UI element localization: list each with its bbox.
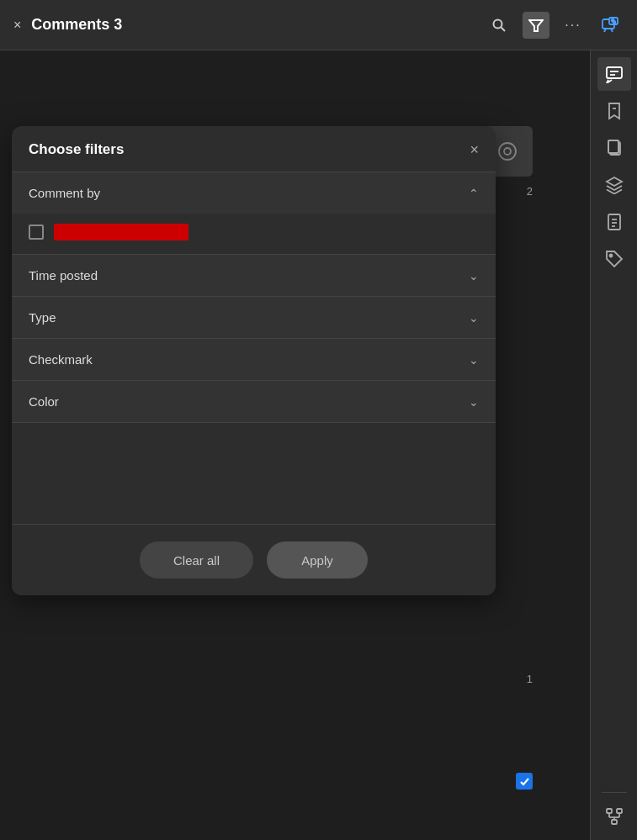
- svg-marker-2: [529, 20, 543, 31]
- filter-section-checkmark: Checkmark ⌄: [12, 339, 496, 381]
- svg-rect-21: [607, 809, 612, 813]
- right-sidebar: [590, 50, 637, 840]
- svg-point-7: [504, 148, 511, 155]
- panel-title: Comments 3: [31, 16, 475, 34]
- chevron-down-icon-color: ⌄: [469, 395, 479, 409]
- filter-section-type-header[interactable]: Type ⌄: [12, 297, 496, 338]
- main-layout: 2 1 Choose filters ×: [0, 50, 637, 840]
- svg-line-1: [502, 27, 506, 31]
- chevron-up-icon: ⌃: [469, 187, 479, 200]
- filter-section-checkmark-header[interactable]: Checkmark ⌄: [12, 339, 496, 380]
- filter-section-type: Type ⌄: [12, 297, 496, 339]
- user-checkbox[interactable]: [29, 225, 44, 240]
- filter-section-comment-by: Comment by ⌃: [12, 172, 496, 255]
- search-button[interactable]: [486, 12, 512, 39]
- sidebar-item-comments[interactable]: [597, 57, 631, 91]
- left-panel: 2 1 Choose filters ×: [0, 50, 590, 840]
- comment-by-label: Comment by: [29, 186, 100, 200]
- svg-point-0: [494, 19, 502, 28]
- svg-rect-16: [608, 214, 620, 230]
- sidebar-item-bookmarks[interactable]: [597, 94, 631, 128]
- filter-section-comment-by-header[interactable]: Comment by ⌃: [12, 172, 496, 214]
- svg-marker-15: [607, 177, 622, 186]
- chevron-down-icon-checkmark: ⌄: [469, 353, 479, 367]
- modal-title: Choose filters: [29, 141, 124, 158]
- filter-section-time-posted: Time posted ⌄: [12, 255, 496, 297]
- apply-button[interactable]: Apply: [267, 542, 368, 578]
- filter-section-color: Color ⌄: [12, 381, 496, 423]
- chevron-down-icon-type: ⌄: [469, 311, 479, 325]
- page-number-2: 2: [527, 185, 533, 198]
- page-number-1: 1: [527, 673, 533, 685]
- comment-by-content: [12, 214, 496, 254]
- modal-header: Choose filters ×: [12, 126, 496, 172]
- modal-close-button[interactable]: ×: [470, 142, 479, 157]
- color-label: Color: [29, 394, 59, 409]
- filter-button[interactable]: [523, 12, 549, 39]
- checkmark-label: Checkmark: [29, 352, 93, 367]
- more-options-button[interactable]: ···: [560, 12, 587, 39]
- svg-point-20: [609, 255, 612, 257]
- clear-all-button[interactable]: Clear all: [140, 542, 253, 578]
- svg-point-6: [499, 143, 516, 160]
- close-panel-icon[interactable]: ×: [13, 18, 21, 33]
- sidebar-divider: [602, 792, 627, 793]
- svg-rect-23: [612, 820, 617, 824]
- sidebar-item-attachments[interactable]: [597, 205, 631, 239]
- filter-modal: Choose filters × Comment by ⌃: [12, 126, 496, 595]
- modal-footer: Clear all Apply: [12, 525, 496, 595]
- sidebar-item-pages[interactable]: [597, 131, 631, 165]
- time-posted-label: Time posted: [29, 268, 98, 283]
- sidebar-item-layers[interactable]: [597, 168, 631, 202]
- collab-icon[interactable]: ✎: [597, 12, 624, 39]
- svg-rect-22: [617, 809, 622, 813]
- svg-text:✎: ✎: [611, 18, 616, 24]
- svg-rect-13: [608, 140, 618, 153]
- user-checkbox-row: [29, 224, 479, 240]
- svg-rect-8: [607, 67, 622, 78]
- filter-section-time-posted-header[interactable]: Time posted ⌄: [12, 255, 496, 296]
- type-label: Type: [29, 310, 56, 325]
- modal-body: Comment by ⌃ Time posted ⌄: [12, 172, 496, 595]
- checked-checkbox[interactable]: [516, 773, 533, 790]
- sidebar-item-tags[interactable]: [597, 242, 631, 276]
- top-bar: × Comments 3 ··· ✎: [0, 0, 637, 50]
- chevron-down-icon-time: ⌄: [469, 269, 479, 283]
- user-name-redacted: [54, 224, 188, 240]
- filter-section-color-header[interactable]: Color ⌄: [12, 381, 496, 422]
- sidebar-item-structure[interactable]: [597, 800, 631, 833]
- modal-spacer: [12, 423, 496, 524]
